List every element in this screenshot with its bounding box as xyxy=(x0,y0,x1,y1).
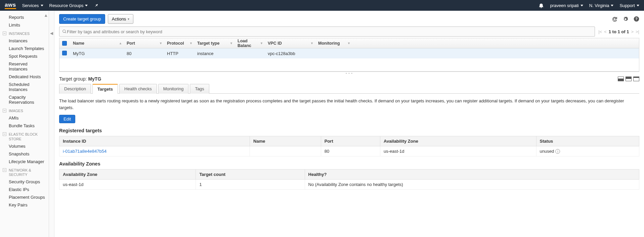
rt-col-status[interactable]: Status xyxy=(536,136,639,146)
sidebar-item-lifecycle-manager[interactable]: Lifecycle Manager xyxy=(0,158,49,165)
nav-notifications[interactable] xyxy=(539,3,544,8)
rt-col-az[interactable]: Availability Zone xyxy=(380,136,536,146)
nav-pin[interactable] xyxy=(94,3,98,8)
top-nav: aws Services Resource Groups praveen sri… xyxy=(0,0,644,11)
sidebar-group-network-security[interactable]: −NETWORK & SECURITY xyxy=(0,165,49,178)
help-icon: ? xyxy=(634,16,639,22)
settings-button[interactable] xyxy=(622,16,629,22)
sidebar-item-key-pairs[interactable]: Key Pairs xyxy=(0,201,49,209)
sidebar-item-reserved-instances[interactable]: Reserved Instances xyxy=(0,60,49,73)
az-col-healthy[interactable]: Healthy? xyxy=(305,170,639,180)
collapse-icon: − xyxy=(3,168,6,172)
az-col-zone[interactable]: Availability Zone xyxy=(59,170,196,180)
rt-col-port[interactable]: Port xyxy=(321,136,380,146)
sidebar-item-limits[interactable]: Limits xyxy=(0,21,49,29)
tab-health-checks[interactable]: Health checks xyxy=(119,84,157,94)
sidebar-item-elastic-ips[interactable]: Elastic IPs xyxy=(0,186,49,193)
info-icon[interactable]: i xyxy=(555,149,560,154)
tab-targets[interactable]: Targets xyxy=(92,84,118,94)
table-row[interactable]: MyTG 80 HTTP instance vpc-c128a3bb xyxy=(59,48,639,58)
tab-description[interactable]: Description xyxy=(59,84,91,94)
horizontal-splitter[interactable]: • • • xyxy=(59,72,639,74)
nav-region-label: N. Virginia xyxy=(589,3,609,8)
sidebar-item-bundle-tasks[interactable]: Bundle Tasks xyxy=(0,122,49,130)
col-vpc-id-label: VPC ID xyxy=(268,41,282,46)
col-vpc-id[interactable]: VPC ID▾ xyxy=(265,41,315,46)
col-load-balancer-label: Load Balanc xyxy=(238,39,259,48)
az-col-count[interactable]: Target count xyxy=(196,170,305,180)
nav-support[interactable]: Support xyxy=(619,3,639,8)
pager: |< < 1 to 1 of 1 > >| xyxy=(598,29,639,34)
filter-input[interactable] xyxy=(67,29,592,34)
sidebar-item-volumes[interactable]: Volumes xyxy=(0,142,49,150)
toolbar: Create target group Actions▾ ? xyxy=(59,14,639,24)
refresh-button[interactable] xyxy=(612,16,618,22)
nav-resource-groups[interactable]: Resource Groups xyxy=(49,3,88,8)
sidebar-group-elastic-block-store[interactable]: −ELASTIC BLOCK STORE xyxy=(0,130,49,142)
scroll-up-icon[interactable]: ▲ xyxy=(44,13,48,18)
registered-targets-table: Instance ID Name Port Availability Zone … xyxy=(59,136,639,156)
sidebar-item-spot-requests[interactable]: Spot Requests xyxy=(0,52,49,60)
svg-point-2 xyxy=(63,30,66,33)
sidebar-group-instances[interactable]: −INSTANCES xyxy=(0,29,49,37)
details-title-prefix: Target group: xyxy=(59,76,88,82)
pager-last[interactable]: >| xyxy=(636,29,639,34)
sort-icon: ▾ xyxy=(261,41,262,45)
main-content: Create target group Actions▾ ? |< < 1 to… xyxy=(54,11,644,237)
layout-full-button[interactable] xyxy=(633,77,639,81)
sidebar-splitter[interactable]: ◀ xyxy=(49,11,54,237)
sidebar-item-placement-groups[interactable]: Placement Groups xyxy=(0,193,49,201)
create-target-group-button[interactable]: Create target group xyxy=(59,14,105,24)
aws-logo[interactable]: aws xyxy=(5,2,16,9)
col-name[interactable]: Name▴ xyxy=(70,41,124,46)
edit-button[interactable]: Edit xyxy=(59,115,75,123)
svg-line-3 xyxy=(65,32,66,33)
col-port[interactable]: Port▾ xyxy=(124,41,164,46)
pager-next[interactable]: > xyxy=(631,29,634,34)
layout-split-button[interactable] xyxy=(626,77,632,81)
nav-services[interactable]: Services xyxy=(22,3,43,8)
sidebar-group-images[interactable]: −IMAGES xyxy=(0,106,49,114)
tab-monitoring[interactable]: Monitoring xyxy=(158,84,189,94)
sidebar-item-dedicated-hosts[interactable]: Dedicated Hosts xyxy=(0,73,49,81)
help-button[interactable]: ? xyxy=(633,16,639,22)
sidebar-item-snapshots[interactable]: Snapshots xyxy=(0,150,49,158)
sidebar-item-security-groups[interactable]: Security Groups xyxy=(0,178,49,186)
cell-port: 80 xyxy=(124,51,164,56)
row-checkbox[interactable] xyxy=(62,51,67,55)
nav-user[interactable]: praveen sripati xyxy=(550,3,583,8)
chevron-down-icon xyxy=(85,5,88,6)
rt-col-instance-id[interactable]: Instance ID xyxy=(59,136,250,146)
nav-region[interactable]: N. Virginia xyxy=(589,3,614,8)
table-row[interactable]: i-01ab71a8e4e847b54 80 us-east-1d unused… xyxy=(59,146,639,156)
actions-button[interactable]: Actions▾ xyxy=(108,14,134,24)
col-monitoring[interactable]: Monitoring▾ xyxy=(315,41,352,46)
collapse-icon: − xyxy=(3,132,6,136)
pager-prev[interactable]: < xyxy=(604,29,607,34)
tab-tags[interactable]: Tags xyxy=(190,84,209,94)
select-all-checkbox[interactable] xyxy=(62,41,67,46)
targets-description: The load balancer starts routing request… xyxy=(59,98,639,111)
create-target-group-label: Create target group xyxy=(63,16,101,21)
sidebar-item-amis[interactable]: AMIs xyxy=(0,114,49,122)
rt-cell-name xyxy=(250,146,321,156)
sidebar-item-instances[interactable]: Instances xyxy=(0,37,49,45)
layout-stack-button[interactable] xyxy=(618,77,624,81)
sidebar-item-capacity-reservations[interactable]: Capacity Reservations xyxy=(0,93,49,106)
edit-label: Edit xyxy=(63,116,71,122)
table-row[interactable]: us-east-1d 1 No (Availability Zone conta… xyxy=(59,180,639,190)
grid-header: Name▴ Port▾ Protocol▾ Target type▾ Load … xyxy=(59,38,639,48)
filter-box[interactable] xyxy=(59,27,595,37)
gear-icon xyxy=(623,16,628,22)
col-protocol[interactable]: Protocol▾ xyxy=(164,41,195,46)
rt-col-name[interactable]: Name xyxy=(250,136,321,146)
pager-first[interactable]: |< xyxy=(598,29,602,34)
col-monitoring-label: Monitoring xyxy=(318,41,340,46)
sidebar-item-launch-templates[interactable]: Launch Templates xyxy=(0,45,49,52)
col-target-type[interactable]: Target type▾ xyxy=(195,41,235,46)
instance-id-link[interactable]: i-01ab71a8e4e847b54 xyxy=(63,149,106,154)
col-load-balancer[interactable]: Load Balanc▾ xyxy=(235,39,265,48)
col-port-label: Port xyxy=(127,41,135,46)
sidebar-item-scheduled-instances[interactable]: Scheduled Instances xyxy=(0,81,49,93)
sidebar-item-reports[interactable]: Reports xyxy=(0,13,49,21)
